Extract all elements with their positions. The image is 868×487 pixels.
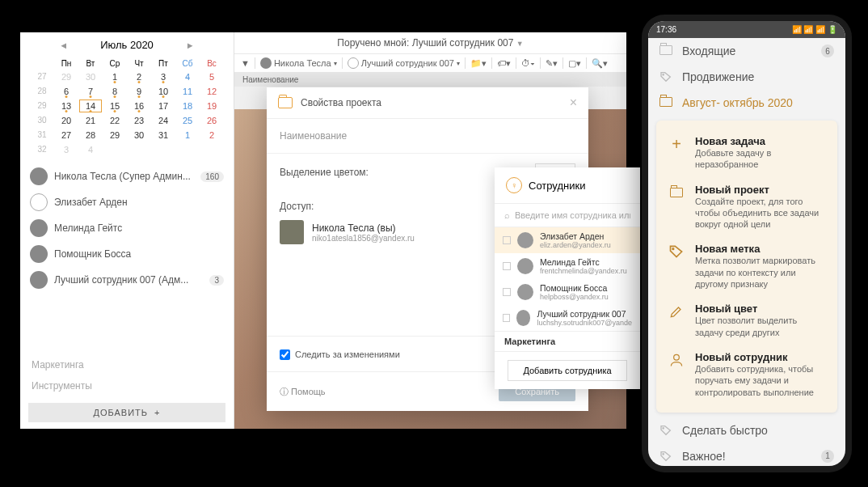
cal-day[interactable]: 6 — [54, 84, 78, 99]
cal-day[interactable]: 8 — [103, 84, 127, 99]
cal-day[interactable]: 1 — [103, 70, 127, 84]
cal-day[interactable]: 9 — [127, 84, 151, 99]
folder-icon — [670, 188, 683, 197]
cal-day[interactable]: 26 — [200, 113, 224, 128]
avatar — [30, 245, 48, 263]
employee-item[interactable]: Мелинда Гейтсfrentchmelinda@yandex.ru — [495, 253, 640, 279]
cal-day[interactable]: 13 — [54, 99, 78, 113]
phone-row[interactable]: Продвижение — [648, 64, 845, 90]
phone-row[interactable]: Входящие 6 — [648, 38, 845, 64]
cal-day[interactable]: 17 — [151, 99, 175, 113]
clock-tool-icon[interactable]: ⏱▾ — [521, 58, 535, 68]
employee-item[interactable]: Элизабет Арденeliz.arden@yandex.ru — [495, 227, 640, 253]
cal-day[interactable]: 3 — [54, 142, 78, 157]
phone-option[interactable]: Новый цветЦвет позволит выделить задачу … — [656, 296, 837, 345]
checkbox[interactable] — [503, 236, 511, 244]
avatar — [517, 232, 533, 248]
cal-day[interactable]: 29 — [103, 128, 127, 142]
cal-day[interactable] — [127, 142, 151, 157]
tag-icon — [659, 424, 672, 437]
checkbox[interactable] — [503, 262, 511, 270]
cal-day[interactable]: 14 — [78, 99, 103, 113]
close-icon[interactable]: × — [570, 95, 577, 110]
phone-row[interactable]: Важное! 1 — [648, 443, 845, 466]
phone-row[interactable]: Сделать быстро — [648, 417, 845, 443]
person-item[interactable]: Лучший сотрудник 007 (Адм... 3 — [20, 267, 234, 293]
calendar-title[interactable]: Июль 2020 — [100, 39, 154, 51]
cal-day[interactable]: 30 — [127, 128, 151, 142]
cal-day[interactable]: 7 — [78, 84, 103, 99]
cal-day[interactable]: 15 — [103, 99, 127, 113]
avatar — [516, 310, 530, 326]
person-item[interactable]: Помощник Босса — [20, 241, 234, 267]
phone-option[interactable]: Новая меткаМетка позволит маркировать за… — [656, 236, 837, 296]
cal-day[interactable]: 24 — [151, 113, 175, 128]
cal-day[interactable]: 29 — [54, 70, 78, 84]
follow-checkbox[interactable] — [280, 349, 290, 360]
tag-item[interactable]: Инструменты — [20, 375, 234, 396]
cal-day[interactable]: 20 — [54, 113, 78, 128]
phone-row[interactable]: Август- октябрь 2020 — [648, 90, 845, 116]
employee-search[interactable]: ⌕ Введите имя сотрудника или ем — [495, 204, 640, 227]
cal-day[interactable]: 31 — [151, 128, 175, 142]
cal-day[interactable]: 4 — [78, 142, 103, 157]
box-tool-icon[interactable]: ▢▾ — [568, 58, 581, 69]
add-employee-btn[interactable]: Добавить сотрудника — [508, 360, 626, 381]
employee-item[interactable]: Помощник Боссаhelpboss@yandex.ru — [495, 279, 640, 305]
cal-day[interactable] — [200, 142, 224, 157]
cal-day[interactable]: 18 — [175, 99, 200, 113]
person-item[interactable]: Мелинда Гейтс — [20, 215, 234, 241]
cal-day[interactable]: 25 — [175, 113, 200, 128]
cal-day[interactable] — [175, 142, 200, 157]
cal-day[interactable]: 10 — [151, 84, 175, 99]
cal-day[interactable]: 4 — [175, 70, 200, 84]
cal-day[interactable]: 27 — [54, 128, 78, 142]
checkbox[interactable] — [503, 288, 511, 296]
badge: 1 — [821, 450, 834, 463]
cal-day[interactable]: 3 — [151, 70, 175, 84]
cal-prev-icon[interactable]: ◄ — [59, 40, 68, 50]
cal-day[interactable]: 19 — [200, 99, 224, 113]
toolbar-user1[interactable]: Никола Тесла ▾ — [260, 57, 337, 69]
person-item[interactable]: Элизабет Арден — [20, 189, 234, 215]
folder-tool-icon[interactable]: 📁▾ — [470, 58, 487, 69]
cal-day[interactable]: 30 — [78, 70, 103, 84]
cal-day[interactable]: 5 — [200, 70, 224, 84]
person-icon — [668, 352, 685, 368]
name-field[interactable]: Наименование — [267, 119, 588, 154]
cal-day[interactable]: 16 — [127, 99, 151, 113]
cal-day[interactable]: 11 — [175, 84, 200, 99]
section-label: Наименование — [234, 73, 626, 87]
search-tool-icon[interactable]: 🔍▾ — [592, 58, 608, 69]
cal-day[interactable] — [103, 142, 127, 157]
cal-day[interactable]: 2 — [200, 128, 224, 142]
tag-tool-icon[interactable]: 🏷▾ — [497, 58, 511, 69]
cal-day[interactable] — [151, 142, 175, 157]
add-button[interactable]: ДОБАВИТЬ + — [28, 403, 225, 422]
emp-more: Маркетинга — [495, 331, 640, 351]
plus-icon: + — [154, 408, 160, 417]
checkbox[interactable] — [503, 314, 510, 322]
person-item[interactable]: Никола Тесла (Супер Админ... 160 — [20, 163, 234, 189]
tag-item[interactable]: Маркетинга — [20, 354, 234, 375]
cal-day[interactable]: 12 — [200, 84, 224, 99]
cal-day[interactable]: 21 — [78, 113, 103, 128]
toolbar-user2[interactable]: Лучший сотрудник 007 ▾ — [348, 57, 460, 69]
phone-option[interactable]: Новый сотрудникДобавить сотрудника, чтоб… — [656, 345, 837, 404]
filter-icon[interactable]: ▼ — [241, 58, 250, 68]
cal-day[interactable]: 28 — [78, 128, 103, 142]
phone-option[interactable]: + Новая задачаДобавьте задачу в неразобр… — [656, 129, 837, 177]
cal-day[interactable]: 23 — [127, 113, 151, 128]
cal-next-icon[interactable]: ► — [186, 40, 195, 50]
cal-day[interactable]: 22 — [103, 113, 127, 128]
avatar — [280, 220, 304, 244]
help-link[interactable]: ⓘ Помощь — [280, 386, 326, 398]
phone-option[interactable]: Новый проектСоздайте проект, для того чт… — [656, 177, 837, 237]
cal-day[interactable]: 2 — [127, 70, 151, 84]
tag-icon — [668, 244, 685, 260]
cal-day[interactable]: 1 — [175, 128, 200, 142]
folder-icon — [278, 97, 293, 108]
svg-point-1 — [672, 248, 674, 250]
brush-tool-icon[interactable]: ✎▾ — [546, 58, 558, 69]
employee-item[interactable]: Лучший сотрудник 007luchshy.sotrudnik007… — [495, 305, 640, 331]
